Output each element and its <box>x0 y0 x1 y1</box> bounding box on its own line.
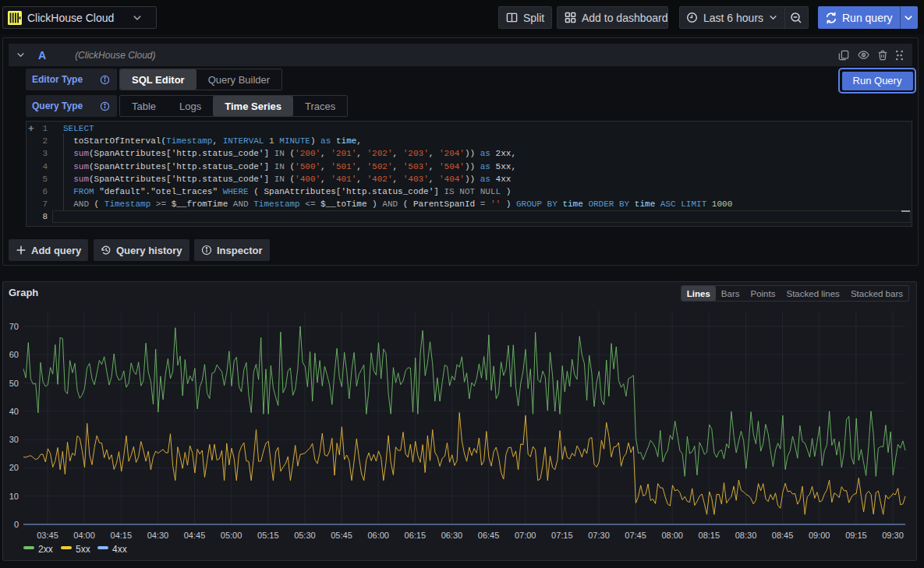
svg-text:07:00: 07:00 <box>515 531 536 540</box>
svg-text:04:15: 04:15 <box>111 531 133 540</box>
svg-text:05:00: 05:00 <box>221 531 243 540</box>
svg-text:06:15: 06:15 <box>405 531 427 540</box>
svg-text:5xx: 5xx <box>76 544 90 555</box>
svg-text:60: 60 <box>9 350 19 359</box>
svg-text:40: 40 <box>9 407 19 416</box>
svg-text:50: 50 <box>9 379 19 388</box>
svg-text:07:45: 07:45 <box>625 531 646 540</box>
svg-text:04:30: 04:30 <box>147 531 169 540</box>
svg-text:05:30: 05:30 <box>294 531 316 540</box>
svg-text:4xx: 4xx <box>112 544 127 555</box>
svg-text:03:45: 03:45 <box>37 531 58 540</box>
svg-text:05:45: 05:45 <box>331 531 352 540</box>
svg-text:70: 70 <box>9 322 19 331</box>
svg-text:08:30: 08:30 <box>735 531 757 540</box>
svg-text:06:45: 06:45 <box>478 531 500 540</box>
svg-text:04:45: 04:45 <box>184 531 206 540</box>
svg-text:08:45: 08:45 <box>772 531 794 540</box>
svg-text:06:00: 06:00 <box>367 531 389 540</box>
svg-text:30: 30 <box>9 435 19 444</box>
svg-text:04:00: 04:00 <box>73 531 95 540</box>
svg-text:08:15: 08:15 <box>699 531 720 540</box>
svg-text:2xx: 2xx <box>38 544 53 555</box>
svg-text:20: 20 <box>9 463 19 472</box>
svg-text:05:15: 05:15 <box>257 531 279 540</box>
svg-text:07:15: 07:15 <box>551 531 573 540</box>
svg-text:09:30: 09:30 <box>882 531 904 540</box>
svg-text:09:15: 09:15 <box>845 531 867 540</box>
svg-text:10: 10 <box>9 492 19 501</box>
svg-text:09:00: 09:00 <box>809 531 830 540</box>
svg-text:07:30: 07:30 <box>588 531 610 540</box>
svg-text:08:00: 08:00 <box>661 531 683 540</box>
svg-text:06:30: 06:30 <box>441 531 463 540</box>
svg-text:0: 0 <box>14 520 19 529</box>
